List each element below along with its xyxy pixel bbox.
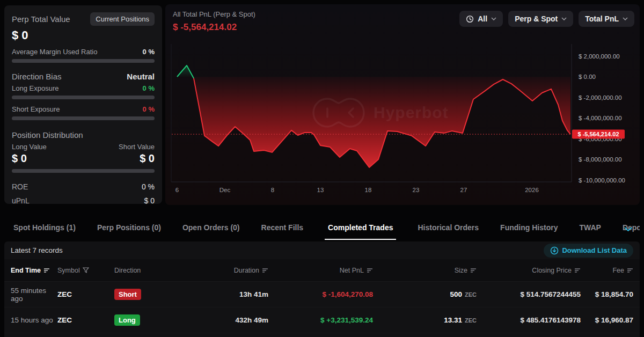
pnl-line-chart: Hyperbot $ 2,000,000.00$ 0.00$ -2,000,00…: [165, 4, 640, 205]
column-header-symbol[interactable]: Symbol: [57, 267, 114, 274]
cell-duration: 13h 41m: [179, 290, 268, 298]
positions-tab-bar: Spot Holdings (1) Perp Positions (0) Ope…: [4, 216, 640, 240]
sort-icon: [470, 268, 477, 273]
chevron-down-icon: [491, 17, 496, 20]
tabs-overflow-chevron-icon[interactable]: [624, 224, 632, 234]
cell-fee: $ 16,960.87: [581, 316, 633, 324]
sort-icon: [367, 268, 373, 273]
column-header-closing-price[interactable]: Closing Price: [477, 267, 581, 274]
svg-text:$ 0.00: $ 0.00: [579, 74, 596, 80]
long-exposure-label: Long Exposure: [12, 84, 58, 92]
download-list-data-button[interactable]: Download List Data: [544, 244, 633, 258]
clock-icon: [466, 15, 474, 23]
cell-duration: 432h 49m: [179, 316, 268, 324]
column-header-end-time[interactable]: End Time: [11, 267, 57, 274]
svg-text:27: 27: [460, 187, 467, 193]
avg-margin-value: 0 %: [143, 48, 155, 56]
metric-filter-dropdown[interactable]: Total PnL: [579, 11, 634, 27]
roe-label: ROE: [12, 182, 28, 191]
svg-text:$ -5,564,214.02: $ -5,564,214.02: [577, 131, 619, 137]
x-axis-labels: 6Dec8131823272026: [175, 187, 539, 193]
records-count-label: Latest 7 records: [11, 246, 63, 254]
chevron-down-icon: [561, 17, 567, 20]
svg-text:$ -4,000,000.00: $ -4,000,000.00: [579, 115, 622, 121]
tab-recent-fills[interactable]: Recent Fills: [261, 216, 304, 240]
chart-title: All Total PnL (Perp & Spot): [173, 10, 255, 18]
cell-closing-price: $ 514.7567244455: [477, 290, 581, 298]
column-header-direction: Direction: [114, 267, 179, 274]
time-filter-value: All: [478, 14, 487, 23]
tab-open-orders[interactable]: Open Orders (0): [182, 216, 240, 240]
cell-direction: Long: [114, 314, 179, 326]
cell-fee: $ 18,854.70: [581, 290, 633, 298]
column-header-duration[interactable]: Duration: [179, 267, 268, 274]
perp-total-value: $ 0: [12, 28, 155, 42]
pnl-chart-card: All Total PnL (Perp & Spot) $ -5,564,214…: [165, 4, 640, 205]
long-exposure-progress-bar: [12, 96, 155, 99]
current-positions-button[interactable]: Current Positions: [90, 12, 155, 26]
direction-bias-label: Direction Bias: [12, 72, 62, 81]
direction-badge: Long: [114, 314, 140, 326]
tab-twap[interactable]: TWAP: [579, 216, 601, 240]
tab-perp-positions[interactable]: Perp Positions (0): [97, 216, 161, 240]
avg-margin-label: Average Margin Used Ratio: [12, 48, 97, 56]
svg-text:$ 2,000,000.00: $ 2,000,000.00: [579, 53, 620, 60]
cell-direction: Short: [114, 289, 179, 300]
direction-badge: Short: [114, 289, 141, 300]
upnl-label: uPnL: [12, 196, 30, 204]
download-icon: [550, 246, 559, 255]
long-exposure-value: 0 %: [143, 84, 155, 92]
short-exposure-label: Short Exposure: [12, 105, 60, 113]
short-value: $ 0: [140, 152, 155, 165]
tab-spot-holdings[interactable]: Spot Holdings (1): [13, 216, 76, 240]
tab-historical-orders[interactable]: Historical Orders: [418, 216, 479, 240]
short-exposure-value: 0 %: [143, 105, 155, 113]
svg-text:Dec: Dec: [219, 187, 231, 193]
metric-filter-value: Total PnL: [585, 14, 619, 23]
download-button-label: Download List Data: [562, 246, 627, 254]
cell-net-pnl: $ -1,604,270.08: [268, 290, 373, 298]
avg-margin-progress-bar: [12, 59, 155, 63]
cell-end-time: 55 minutes ago: [11, 287, 57, 303]
cell-symbol: ZEC: [57, 290, 114, 298]
chevron-down-icon: [623, 17, 628, 20]
upnl-value: $ 0: [144, 196, 155, 204]
cell-symbol: ZEC: [57, 316, 114, 324]
time-filter-dropdown[interactable]: All: [459, 11, 503, 27]
svg-text:8: 8: [271, 187, 274, 193]
filter-icon: [83, 267, 89, 273]
svg-text:23: 23: [413, 187, 420, 193]
account-filter-value: Perp & Spot: [515, 14, 558, 23]
svg-text:$ -2,000,000.00: $ -2,000,000.00: [579, 94, 622, 101]
sort-icon: [627, 268, 633, 273]
short-exposure-progress-bar: [12, 116, 155, 120]
direction-bias-value: Neutral: [127, 72, 155, 81]
tab-funding-history[interactable]: Funding History: [500, 216, 558, 240]
cell-end-time: 15 hours ago: [11, 316, 57, 324]
column-header-size[interactable]: Size: [373, 267, 477, 274]
sort-icon: [43, 268, 50, 273]
sort-icon: [262, 268, 268, 273]
position-distribution-label: Position Distribution: [12, 130, 155, 140]
current-value-badge: $ -5,564,214.02: [572, 130, 625, 139]
cell-net-pnl: $ +3,231,539.24: [268, 316, 373, 324]
table-row[interactable]: 55 minutes ago ZEC Short 13h 41m $ -1,60…: [4, 282, 640, 307]
svg-text:6: 6: [175, 187, 179, 193]
perp-total-value-label: Perp Total Value: [12, 14, 70, 24]
account-filter-dropdown[interactable]: Perp & Spot: [508, 11, 573, 27]
table-header-row: End Time Symbol Direction Duration Net P…: [4, 259, 640, 282]
cell-size: 13.31 ZEC: [373, 316, 477, 324]
svg-text:2026: 2026: [525, 187, 539, 193]
svg-text:13: 13: [317, 187, 324, 193]
short-value-label: Short Value: [119, 143, 155, 151]
column-header-fee[interactable]: Fee: [581, 267, 633, 274]
column-header-net-pnl[interactable]: Net PnL: [268, 267, 373, 274]
long-value-label: Long Value: [12, 143, 47, 151]
tab-completed-trades[interactable]: Completed Trades: [325, 216, 396, 240]
perp-stats-card: Perp Total Value Current Positions $ 0 A…: [4, 5, 162, 204]
table-row[interactable]: 15 hours ago ZEC Long 432h 49m $ +3,231,…: [4, 307, 640, 333]
svg-text:$ -8,000,000.00: $ -8,000,000.00: [579, 156, 622, 163]
roe-value: 0 %: [142, 182, 155, 191]
y-axis-labels: $ 2,000,000.00$ 0.00$ -2,000,000.00$ -4,…: [579, 53, 625, 184]
svg-text:18: 18: [365, 187, 372, 193]
